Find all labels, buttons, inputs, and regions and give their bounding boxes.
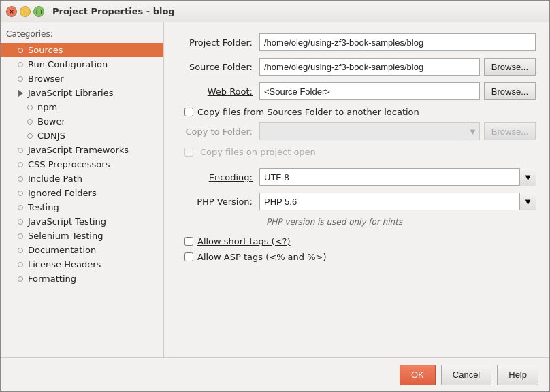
sidebar-item-documentation-label: Documentation (28, 245, 96, 255)
sidebar-item-selenium-testing-label: Selenium Testing (28, 231, 103, 241)
copy-to-browse-button[interactable]: Browse... (484, 122, 536, 140)
sidebar: Categories: Sources Run Configuration Br… (1, 22, 164, 357)
bullet-icon (16, 60, 25, 69)
php-version-select[interactable]: PHP 5.6 (259, 193, 536, 210)
sidebar-item-license-headers[interactable]: License Headers (1, 257, 163, 272)
copy-files-label: Copy files from Sources Folder to anothe… (197, 107, 419, 117)
main-panel: Project Folder: Source Folder: Browse...… (164, 22, 549, 357)
sidebar-item-bower[interactable]: Bower (1, 114, 163, 129)
sidebar-item-browser-label: Browser (28, 74, 64, 84)
sidebar-item-include-path-label: Include Path (28, 174, 82, 184)
php-version-select-wrap: PHP 5.6 ▼ (259, 193, 536, 210)
close-icon: × (9, 8, 14, 15)
web-root-browse-button[interactable]: Browse... (484, 82, 536, 100)
source-folder-row: Source Folder: Browse... (178, 58, 536, 76)
bullet-icon (25, 117, 35, 127)
bullet-icon (16, 174, 25, 184)
bullet-icon (16, 203, 25, 212)
sidebar-item-css-preprocessors[interactable]: CSS Preprocessors (1, 157, 163, 172)
bullet-icon (16, 246, 25, 255)
sidebar-item-run-config-label: Run Configuration (28, 59, 108, 69)
sidebar-item-cdnjs-label: CDNJS (37, 131, 65, 141)
allow-asp-tags-label: Allow ASP tags (<% and %>) (197, 252, 327, 262)
allow-short-tags-checkbox[interactable] (184, 237, 193, 246)
web-root-row: Web Root: Browse... (178, 82, 536, 100)
close-button[interactable]: × (6, 6, 17, 17)
bullet-icon (16, 46, 25, 55)
bullet-icon (16, 189, 25, 198)
php-hint: PHP version is used only for hints (178, 217, 536, 227)
bullet-icon (25, 103, 35, 112)
sidebar-item-browser[interactable]: Browser (1, 71, 163, 86)
allow-short-tags-label: Allow short tags (<?) (197, 236, 291, 246)
copy-on-open-label: Copy files on project open (200, 147, 316, 157)
encoding-select-wrap: UTF-8 ▼ (259, 168, 536, 186)
copy-to-input-wrap: ▼ (259, 122, 480, 140)
bullet-icon (25, 131, 35, 141)
sidebar-item-documentation[interactable]: Documentation (1, 243, 163, 257)
source-folder-browse-button[interactable]: Browse... (484, 58, 536, 76)
main-window: × − □ Project Properties - blog Categori… (0, 0, 550, 392)
encoding-select[interactable]: UTF-8 (259, 168, 536, 186)
source-folder-input[interactable] (259, 58, 480, 76)
copy-files-checkbox[interactable] (184, 108, 193, 116)
sidebar-item-ignored-folders-label: Ignored Folders (28, 188, 97, 198)
sidebar-item-js-frameworks[interactable]: JavaScript Frameworks (1, 143, 163, 157)
categories-label: Categories: (1, 28, 163, 43)
sidebar-item-npm-label: npm (37, 102, 57, 112)
allow-asp-tags-checkbox[interactable] (184, 252, 193, 261)
bullet-icon (16, 217, 25, 227)
project-folder-input[interactable] (259, 33, 536, 51)
titlebar: × − □ Project Properties - blog (1, 1, 549, 22)
bullet-icon (16, 231, 25, 241)
project-folder-row: Project Folder: (178, 33, 536, 51)
ok-button[interactable]: OK (400, 365, 436, 385)
sidebar-item-testing-label: Testing (28, 202, 59, 212)
sidebar-item-js-libraries[interactable]: JavaScript Libraries (1, 86, 163, 100)
bullet-icon (16, 274, 25, 284)
window-controls: × − □ (6, 6, 44, 17)
minimize-icon: − (22, 8, 28, 15)
sidebar-item-js-testing-label: JavaScript Testing (28, 216, 106, 227)
cancel-button[interactable]: Cancel (441, 365, 491, 385)
sidebar-item-bower-label: Bower (37, 116, 65, 127)
sidebar-item-ignored-folders[interactable]: Ignored Folders (1, 186, 163, 200)
triangle-icon (16, 88, 25, 98)
sidebar-item-cdnjs[interactable]: CDNJS (1, 129, 163, 143)
bullet-icon (16, 146, 25, 155)
sidebar-item-js-frameworks-label: JavaScript Frameworks (28, 145, 129, 155)
sidebar-item-js-testing[interactable]: JavaScript Testing (1, 214, 163, 229)
sidebar-item-include-path[interactable]: Include Path (1, 172, 163, 186)
copy-to-label: Copy to Folder: (184, 127, 259, 137)
php-version-row: PHP Version: PHP 5.6 ▼ (178, 193, 536, 210)
sidebar-item-testing[interactable]: Testing (1, 200, 163, 214)
bullet-icon (16, 74, 25, 84)
bullet-icon (16, 160, 25, 169)
sidebar-item-selenium-testing[interactable]: Selenium Testing (1, 229, 163, 243)
sidebar-item-run-config[interactable]: Run Configuration (1, 57, 163, 71)
copy-on-open-row: Copy files on project open (178, 147, 536, 157)
sidebar-item-sources-label: Sources (28, 45, 63, 55)
minimize-button[interactable]: − (20, 6, 31, 17)
window-title: Project Properties - blog (52, 6, 175, 16)
web-root-label: Web Root: (178, 86, 259, 97)
sidebar-item-css-preprocessors-label: CSS Preprocessors (28, 159, 110, 169)
help-button[interactable]: Help (497, 365, 538, 385)
copy-files-row: Copy files from Sources Folder to anothe… (178, 107, 536, 117)
web-root-input[interactable] (259, 82, 480, 100)
sidebar-item-js-libraries-label: JavaScript Libraries (28, 88, 113, 98)
encoding-label: Encoding: (178, 172, 259, 182)
sidebar-item-formatting-label: Formatting (28, 274, 76, 284)
copy-to-dropdown-arrow[interactable]: ▼ (466, 122, 480, 140)
maximize-button[interactable]: □ (33, 6, 44, 17)
encoding-row: Encoding: UTF-8 ▼ (178, 168, 536, 186)
copy-to-input[interactable] (259, 122, 466, 140)
copy-on-open-checkbox[interactable] (184, 148, 193, 157)
sidebar-item-npm[interactable]: npm (1, 100, 163, 114)
allow-asp-tags-row: Allow ASP tags (<% and %>) (178, 252, 536, 262)
sidebar-item-license-headers-label: License Headers (28, 259, 101, 270)
sidebar-item-formatting[interactable]: Formatting (1, 272, 163, 286)
sidebar-item-sources[interactable]: Sources (1, 43, 163, 57)
footer: OK Cancel Help (1, 357, 549, 391)
allow-short-tags-row: Allow short tags (<?) (178, 236, 536, 246)
